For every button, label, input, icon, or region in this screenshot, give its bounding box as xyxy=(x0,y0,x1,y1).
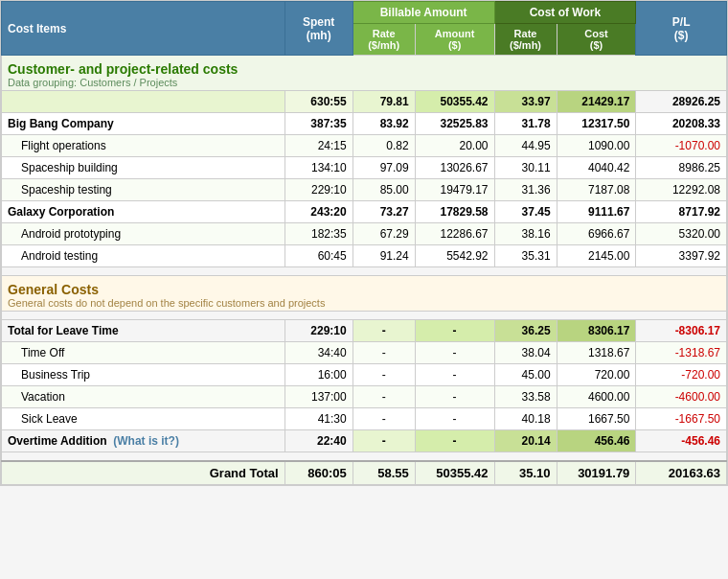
business-trip-row: Business Trip 16:00 - - 45.00 720.00 -72… xyxy=(2,364,727,386)
general-section-title-row: General Costs General costs do not depen… xyxy=(2,276,727,312)
customer-galaxy-cost: 9111.67 xyxy=(557,201,636,223)
grand-total-pl: 20163.63 xyxy=(636,461,727,485)
cost-items-header: Cost Items xyxy=(2,2,285,56)
leave-time-label: Total for Leave Time xyxy=(2,320,285,342)
customer-galaxy-spent: 243:20 xyxy=(284,201,353,223)
project-android-testing-rate-c: 35.31 xyxy=(494,245,557,267)
overtime-amount: - xyxy=(415,430,494,452)
project-flight-rate-c: 44.95 xyxy=(494,135,557,157)
customer-bigbang-pl: 20208.33 xyxy=(636,113,727,135)
project-android-proto-rate-c: 38.16 xyxy=(494,223,557,245)
project-spaceship-building-rate-c: 30.11 xyxy=(494,157,557,179)
project-android-proto-label: Android prototyping xyxy=(2,223,285,245)
project-android-testing-amount: 5542.92 xyxy=(415,245,494,267)
project-row-android-testing: Android testing 60:45 91.24 5542.92 35.3… xyxy=(2,245,727,267)
time-off-rate-b: - xyxy=(353,342,415,364)
project-android-proto-amount: 12286.67 xyxy=(415,223,494,245)
sick-leave-label: Sick Leave xyxy=(2,408,285,430)
customer-total-rate-b: 79.81 xyxy=(353,91,415,113)
customer-bigbang-rate-c: 31.78 xyxy=(494,113,557,135)
grand-total-amount: 50355.42 xyxy=(415,461,494,485)
vacation-rate-b: - xyxy=(353,386,415,408)
project-spaceship-testing-spent: 229:10 xyxy=(284,179,353,201)
project-android-testing-label: Android testing xyxy=(2,245,285,267)
customer-bigbang-label: Big Bang Company xyxy=(2,113,285,135)
business-trip-spent: 16:00 xyxy=(284,364,353,386)
project-row-spaceship-testing: Spaceship testing 229:10 85.00 19479.17 … xyxy=(2,179,727,201)
overtime-label-cell: Overtime Addition (What is it?) xyxy=(2,430,285,452)
sick-leave-rate-c: 40.18 xyxy=(494,408,557,430)
customer-total-spent: 630:55 xyxy=(284,91,353,113)
vacation-cost: 4600.00 xyxy=(557,386,636,408)
business-trip-cost: 720.00 xyxy=(557,364,636,386)
vacation-label: Vacation xyxy=(2,386,285,408)
project-android-proto-rate-b: 67.29 xyxy=(353,223,415,245)
time-off-amount: - xyxy=(415,342,494,364)
sick-leave-amount: - xyxy=(415,408,494,430)
vacation-rate-c: 33.58 xyxy=(494,386,557,408)
grand-total-spent: 860:05 xyxy=(284,461,353,485)
cost-of-work-header: Cost of Work xyxy=(494,2,636,24)
time-off-label: Time Off xyxy=(2,342,285,364)
project-row-flight: Flight operations 24:15 0.82 20.00 44.95… xyxy=(2,135,727,157)
vacation-amount: - xyxy=(415,386,494,408)
project-spaceship-testing-amount: 19479.17 xyxy=(415,179,494,201)
customer-galaxy-amount: 17829.58 xyxy=(415,201,494,223)
project-spaceship-building-cost: 4040.42 xyxy=(557,157,636,179)
business-trip-amount: - xyxy=(415,364,494,386)
vacation-pl: -4600.00 xyxy=(636,386,727,408)
customer-galaxy-rate-c: 37.45 xyxy=(494,201,557,223)
customer-section-title-row: Customer- and project-related costs Data… xyxy=(2,56,727,91)
customer-total-row: 630:55 79.81 50355.42 33.97 21429.17 289… xyxy=(2,91,727,113)
project-flight-label: Flight operations xyxy=(2,135,285,157)
project-android-proto-spent: 182:35 xyxy=(284,223,353,245)
customer-total-amount: 50355.42 xyxy=(415,91,494,113)
project-row-android-proto: Android prototyping 182:35 67.29 12286.6… xyxy=(2,223,727,245)
time-off-row: Time Off 34:40 - - 38.04 1318.67 -1318.6… xyxy=(2,342,727,364)
customer-total-label xyxy=(2,91,285,113)
customer-galaxy-pl: 8717.92 xyxy=(636,201,727,223)
grand-total-rate-c: 35.10 xyxy=(494,461,557,485)
project-spaceship-testing-cost: 7187.08 xyxy=(557,179,636,201)
what-is-it-link[interactable]: (What is it?) xyxy=(113,434,179,448)
overtime-row: Overtime Addition (What is it?) 22:40 - … xyxy=(2,430,727,452)
cost-rate-header: Rate($/mh) xyxy=(494,24,557,56)
vacation-spent: 137:00 xyxy=(284,386,353,408)
customer-total-pl: 28926.25 xyxy=(636,91,727,113)
leave-time-rate-c: 36.25 xyxy=(494,320,557,342)
customer-bigbang-rate-b: 83.92 xyxy=(353,113,415,135)
separator-row-2 xyxy=(2,312,727,320)
leave-time-amount: - xyxy=(415,320,494,342)
project-spaceship-building-label: Spaceship building xyxy=(2,157,285,179)
project-spaceship-testing-pl: 12292.08 xyxy=(636,179,727,201)
project-spaceship-building-amount: 13026.67 xyxy=(415,157,494,179)
vacation-row: Vacation 137:00 - - 33.58 4600.00 -4600.… xyxy=(2,386,727,408)
grand-total-label: Grand Total xyxy=(2,461,285,485)
leave-time-total-row: Total for Leave Time 229:10 - - 36.25 83… xyxy=(2,320,727,342)
customer-bigbang-spent: 387:35 xyxy=(284,113,353,135)
time-off-pl: -1318.67 xyxy=(636,342,727,364)
project-android-testing-cost: 2145.00 xyxy=(557,245,636,267)
project-android-proto-pl: 5320.00 xyxy=(636,223,727,245)
customer-section-title: Customer- and project-related costs xyxy=(8,61,720,77)
customer-total-rate-c: 33.97 xyxy=(494,91,557,113)
project-flight-rate-b: 0.82 xyxy=(353,135,415,157)
project-spaceship-testing-rate-b: 85.00 xyxy=(353,179,415,201)
spent-header: Spent(mh) xyxy=(284,2,353,56)
overtime-label: Overtime Addition xyxy=(8,434,107,448)
business-trip-rate-c: 45.00 xyxy=(494,364,557,386)
project-flight-cost: 1090.00 xyxy=(557,135,636,157)
project-spaceship-testing-label: Spaceship testing xyxy=(2,179,285,201)
leave-time-pl: -8306.17 xyxy=(636,320,727,342)
time-off-cost: 1318.67 xyxy=(557,342,636,364)
billable-amount-col-header: Amount($) xyxy=(415,24,494,56)
business-trip-label: Business Trip xyxy=(2,364,285,386)
pl-header: P/L($) xyxy=(636,2,727,56)
business-trip-rate-b: - xyxy=(353,364,415,386)
project-android-testing-pl: 3397.92 xyxy=(636,245,727,267)
customer-row-galaxy: Galaxy Corporation 243:20 73.27 17829.58… xyxy=(2,201,727,223)
project-flight-spent: 24:15 xyxy=(284,135,353,157)
overtime-spent: 22:40 xyxy=(284,430,353,452)
project-row-spaceship-building: Spaceship building 134:10 97.09 13026.67… xyxy=(2,157,727,179)
business-trip-pl: -720.00 xyxy=(636,364,727,386)
